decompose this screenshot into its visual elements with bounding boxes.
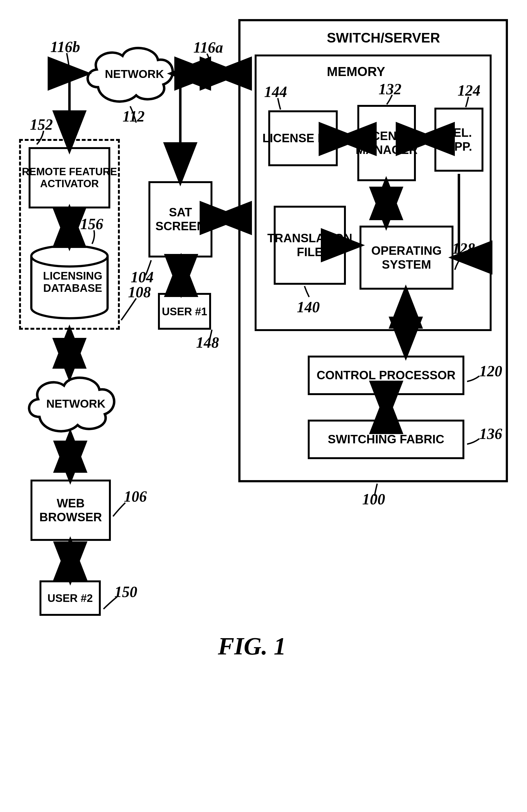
ref-104: 104 <box>131 269 153 286</box>
translation-file: TRANSLATION FILE <box>274 206 346 285</box>
switch-server-title: SWITCH/SERVER <box>327 30 440 46</box>
svg-point-1 <box>31 246 107 266</box>
web-browser: WEB BROWSER <box>30 480 111 541</box>
licensing-database-label: LICENSING DATABASE <box>43 270 102 294</box>
figure-label: FIG. 1 <box>218 632 286 660</box>
ref-106: 106 <box>124 488 147 505</box>
ref-136: 136 <box>479 425 502 443</box>
ref-144: 144 <box>264 83 287 101</box>
ref-116a: 116a <box>193 39 223 56</box>
license-file: LICENSE FILE <box>268 110 338 166</box>
remote-feature-activator: REMOTE FEATURE ACTIVATOR <box>29 147 110 208</box>
ref-128: 128 <box>452 240 475 257</box>
ref-140: 140 <box>297 299 320 316</box>
user-2: USER #2 <box>40 580 101 616</box>
sat-screen: SAT SCREEN <box>148 181 213 258</box>
ref-112: 112 <box>122 107 145 125</box>
tel-app: TEL. APP. <box>435 107 483 172</box>
ref-156: 156 <box>80 215 103 233</box>
ref-152: 152 <box>30 116 53 133</box>
ref-108: 108 <box>128 284 151 301</box>
memory-label: MEMORY <box>327 64 385 79</box>
network-1-label: NETWORK <box>105 68 164 81</box>
network-2-label: NETWORK <box>46 397 105 410</box>
ref-116b: 116b <box>50 38 80 56</box>
user-1: USER #1 <box>158 293 211 330</box>
switching-fabric: SWITCHING FABRIC <box>308 420 464 459</box>
ref-132: 132 <box>379 81 401 98</box>
ref-100: 100 <box>362 491 385 508</box>
control-processor: CONTROL PROCESSOR <box>308 356 464 395</box>
ref-120: 120 <box>479 362 502 380</box>
license-manager: LICENSE MANAGER <box>357 105 416 181</box>
operating-system: OPERATING SYSTEM <box>360 226 453 290</box>
ref-148: 148 <box>196 334 219 351</box>
ref-124: 124 <box>457 82 480 99</box>
ref-150: 150 <box>114 583 137 600</box>
